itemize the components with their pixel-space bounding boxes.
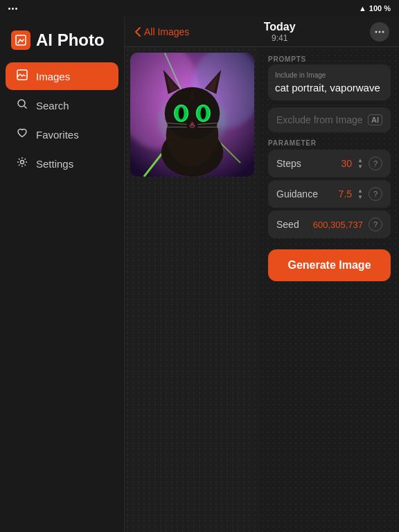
seed-help-button[interactable]: ? [369,218,382,231]
status-dots [8,8,17,10]
right-panel: PROMPTS Include in Image cat portrait, v… [260,47,399,532]
steps-up[interactable]: ▲ [357,158,363,163]
sidebar-item-favorites[interactable]: Favorites [6,121,118,148]
back-label: All Images [144,26,189,37]
ai-badge: AI [368,114,382,125]
battery-indicator: 100 % [369,4,391,12]
gallery-image[interactable] [130,53,254,177]
nav-subtitle: 9:41 [264,33,296,43]
exclude-box[interactable]: Exclude from Image AI [268,107,391,132]
include-sublabel: Include in Image [275,71,384,79]
search-icon [15,98,29,112]
steps-down[interactable]: ▼ [357,164,363,170]
steps-label: Steps [276,158,301,169]
svg-point-6 [378,30,380,33]
sidebar-item-settings[interactable]: Settings [6,150,118,177]
status-bar: ▲ 100 % [0,0,399,17]
content-area: PROMPTS Include in Image cat portrait, v… [125,47,399,532]
parameters-section: PARAMETER Steps 30 ▲ ▼ ? [268,139,391,240]
seed-label: Seed [276,219,299,230]
prompts-label: PROMPTS [268,55,391,63]
heart-icon [15,127,29,141]
svg-point-25 [200,107,206,120]
steps-row: Steps 30 ▲ ▼ ? [268,150,391,177]
sidebar-item-images-label: Images [36,71,70,82]
nav-title: Today 9:41 [264,21,296,43]
seed-value-group: 600,305,737 ? [313,218,382,231]
nav-bar: All Images Today 9:41 [125,17,399,47]
main-content: All Images Today 9:41 [125,17,399,532]
sidebar: AI Photo Images Search [0,17,125,532]
seed-row: Seed 600,305,737 ? [268,211,391,238]
steps-stepper[interactable]: ▲ ▼ [357,158,363,170]
more-button[interactable] [370,22,389,42]
svg-point-7 [382,30,384,33]
steps-help-button[interactable]: ? [369,157,382,170]
nav-title-text: Today [264,21,296,33]
images-icon [15,69,29,83]
status-right: ▲ 100 % [359,4,391,12]
back-button[interactable]: All Images [134,26,189,37]
app-title: AI Photo [0,25,124,61]
exclude-label: Exclude from Image [276,114,363,125]
steps-value-group: 30 ▲ ▼ ? [342,157,383,170]
wifi-icon: ▲ [359,4,366,12]
guidance-down[interactable]: ▼ [357,195,363,200]
svg-point-24 [179,107,184,120]
gear-icon [15,157,29,170]
guidance-row: Guidance 7.5 ▲ ▼ ? [268,180,391,208]
include-prompt-text: cat portrait, vaporwave [275,82,384,94]
gallery-area [125,47,260,532]
sidebar-item-settings-label: Settings [36,158,73,170]
guidance-up[interactable]: ▲ [357,188,363,194]
seed-value: 600,305,737 [313,220,363,230]
param-label: PARAMETER [268,139,391,147]
guidance-help-button[interactable]: ? [369,187,382,201]
guidance-value: 7.5 [339,188,352,200]
app-icon [11,30,30,50]
guidance-value-group: 7.5 ▲ ▼ ? [339,187,382,201]
prompts-section: PROMPTS Include in Image cat portrait, v… [268,55,391,100]
svg-line-3 [24,106,27,109]
svg-point-4 [21,161,24,164]
sidebar-item-favorites-label: Favorites [36,129,79,141]
svg-point-2 [18,100,25,107]
sidebar-item-images[interactable]: Images [6,62,118,90]
steps-value: 30 [342,158,353,169]
guidance-label: Guidance [276,188,318,200]
svg-point-5 [375,30,377,33]
generate-button[interactable]: Generate Image [268,249,391,281]
guidance-stepper[interactable]: ▲ ▼ [357,188,363,200]
sidebar-item-search[interactable]: Search [6,91,118,119]
sidebar-item-search-label: Search [36,100,69,112]
include-prompt-box[interactable]: Include in Image cat portrait, vaporwave [268,64,391,100]
